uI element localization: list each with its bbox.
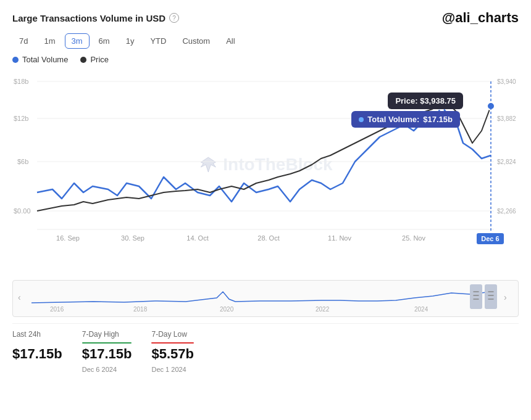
svg-text:25. Nov: 25. Nov: [402, 234, 425, 242]
filter-btn-7d[interactable]: 7d: [12, 33, 35, 49]
filter-btn-all[interactable]: All: [219, 33, 241, 49]
tooltip-price-label: Price:: [395, 96, 417, 105]
legend-total-volume: Total Volume: [12, 55, 68, 64]
svg-text:›: ›: [504, 292, 507, 302]
tooltip-volume-label: Total Volume:: [367, 115, 419, 124]
filter-btn-3m[interactable]: 3m: [65, 33, 90, 49]
tooltip-volume: Total Volume: $17.15b: [351, 111, 460, 128]
mini-chart-svg: 2016 2018 2020 2022 2024 ‹ ›: [13, 281, 519, 316]
filter-btn-6m[interactable]: 6m: [92, 33, 117, 49]
filter-btn-ytd[interactable]: YTD: [143, 33, 173, 49]
app-container: Large Transactions Volume in USD ? @ali_…: [0, 0, 531, 420]
svg-text:Dec 6: Dec 6: [481, 235, 499, 242]
main-chart: IntoTheBlock Price: $3,938.75 Total Volu…: [12, 69, 519, 260]
stat-7d-high: 7-Day High $17.15b Dec 6 2024: [82, 330, 132, 373]
stats-row: Last 24h $17.15b 7-Day High $17.15b Dec …: [12, 323, 519, 373]
svg-text:$3,940: $3,940: [497, 78, 516, 85]
filter-btn-1m[interactable]: 1m: [37, 33, 62, 49]
filter-btn-custom[interactable]: Custom: [175, 33, 217, 49]
page-title: Large Transactions Volume in USD: [12, 13, 165, 23]
legend-dot-price: [80, 57, 86, 63]
stat-7d-low: 7-Day Low $5.57b Dec 1 2024: [151, 330, 194, 373]
svg-text:30. Sep: 30. Sep: [121, 234, 144, 242]
svg-text:14. Oct: 14. Oct: [186, 234, 208, 242]
title-area: Large Transactions Volume in USD ?: [12, 13, 179, 23]
svg-text:2022: 2022: [316, 306, 330, 313]
brand-handle: @ali_charts: [442, 10, 519, 26]
help-icon[interactable]: ?: [169, 13, 179, 23]
stat-last24h-value: $17.15b: [12, 346, 62, 362]
legend-label-volume: Total Volume: [22, 55, 68, 64]
tooltip-price: Price: $3,938.75: [388, 93, 463, 109]
svg-text:$0.00: $0.00: [14, 207, 31, 215]
svg-text:2020: 2020: [220, 306, 234, 313]
tooltip-volume-value: $17.15b: [423, 115, 453, 124]
tooltip-price-value: $3,938.75: [420, 96, 456, 105]
svg-text:$12b: $12b: [14, 115, 28, 122]
svg-text:$6b: $6b: [17, 158, 28, 165]
stat-7d-low-underline: [151, 342, 194, 344]
svg-text:$2,824: $2,824: [497, 159, 516, 165]
legend-dot-volume: [12, 57, 19, 63]
stat-7d-low-value: $5.57b: [151, 346, 194, 362]
svg-text:‹: ‹: [18, 292, 21, 302]
svg-rect-33: [485, 284, 497, 309]
stat-7d-high-sub: Dec 6 2024: [82, 366, 132, 373]
header-row: Large Transactions Volume in USD ? @ali_…: [12, 10, 519, 26]
svg-text:28. Oct: 28. Oct: [257, 234, 279, 242]
svg-text:$18b: $18b: [14, 78, 28, 85]
mini-chart: 2016 2018 2020 2022 2024 ‹ ›: [12, 280, 519, 317]
tooltip-volume-dot: [359, 117, 364, 122]
svg-text:$3,882: $3,882: [497, 115, 516, 122]
legend-row: Total Volume Price: [12, 55, 519, 64]
svg-text:$2,266: $2,266: [497, 208, 516, 215]
stat-7d-low-sub: Dec 1 2024: [151, 366, 194, 373]
stat-7d-high-underline: [82, 342, 132, 344]
svg-rect-29: [470, 284, 482, 309]
stat-last24h-label: Last 24h: [12, 330, 62, 339]
svg-text:2018: 2018: [133, 306, 148, 313]
legend-label-price: Price: [90, 55, 109, 64]
svg-text:2024: 2024: [414, 306, 429, 313]
stat-last24h: Last 24h $17.15b: [12, 330, 62, 373]
stat-last24h-underline: [12, 342, 62, 344]
filter-btn-1y[interactable]: 1y: [119, 33, 141, 49]
legend-price: Price: [80, 55, 109, 64]
time-filters: 7d1m3m6m1yYTDCustomAll: [12, 33, 519, 49]
svg-text:2016: 2016: [50, 306, 64, 313]
stat-7d-low-label: 7-Day Low: [151, 330, 194, 339]
stat-7d-high-value: $17.15b: [82, 346, 132, 362]
svg-text:16. Sep: 16. Sep: [56, 234, 80, 242]
svg-text:11. Nov: 11. Nov: [328, 234, 351, 242]
stat-7d-high-label: 7-Day High: [82, 330, 132, 339]
